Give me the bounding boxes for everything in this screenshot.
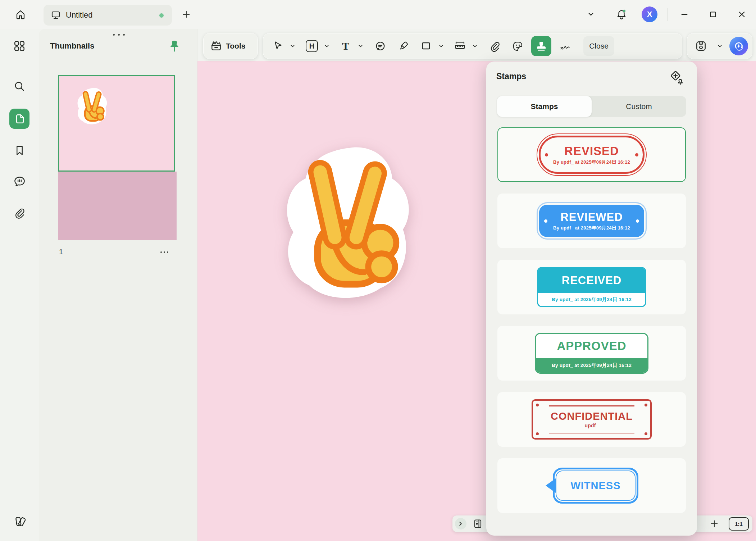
chevron-down-icon [717,43,723,49]
stamp-label: APPROVED [557,339,626,353]
zoom-ratio-label: 1:1 [735,521,743,527]
select-tool-button[interactable] [268,37,287,55]
home-icon [15,9,26,21]
home-button[interactable] [11,5,30,24]
stamp-option-approved[interactable]: APPROVED By updf_ at 2025年09月24日 16:12 [497,326,686,381]
stamp-subtitle: By updf_ at 2025年09月24日 16:12 [553,225,630,231]
maximize-icon [708,10,718,19]
plus-icon [182,10,191,19]
add-pin-button[interactable] [668,69,685,87]
sidebar-item-bookmarks[interactable] [9,140,29,160]
stamp-label: CONFIDENTIAL [551,410,633,422]
close-icon [737,10,746,19]
stamp-tool-button[interactable] [531,36,551,56]
page-thumbnail[interactable] [58,75,177,240]
save-button[interactable] [692,37,710,55]
sticker-tool-button[interactable] [508,37,527,55]
zoom-in-button[interactable] [705,514,724,533]
comment-tool-button[interactable] [371,37,390,55]
bell-icon [615,8,628,21]
ai-assistant-button[interactable] [729,37,748,55]
tools-button[interactable]: Tools [203,33,258,59]
avatar-letter: X [647,10,652,19]
stamp-subtitle: By updf_ at 2025年09月24日 16:12 [553,159,630,165]
notifications-button[interactable] [614,6,629,23]
sidebar-item-comments[interactable] [9,171,29,191]
text-tool-button[interactable]: T [336,37,355,55]
text-tool-dropdown[interactable] [355,37,366,55]
stamp-option-confidential[interactable]: CONFIDENTIAL updf_ [497,392,686,447]
sidebar-item-thumbnails[interactable] [9,109,29,129]
highlighter-tool-button[interactable] [394,37,413,55]
signature-tool-button[interactable] [556,37,574,55]
comment-circle-icon [374,40,386,52]
stamp-option-witness[interactable]: WITNESS [497,458,686,513]
stamp-icon [536,40,547,52]
shape-tool-dropdown[interactable] [436,37,446,55]
actual-size-button[interactable]: 1:1 [729,517,749,531]
notification-dot [623,10,625,12]
tab-stamps[interactable]: Stamps [497,96,592,117]
save-dropdown[interactable] [714,37,725,55]
reviewed-stamp-preview: REVIEWED By updf_ at 2025年09月24日 16:12 [537,202,647,240]
edit-heading-button[interactable]: H [302,37,321,55]
minimize-button[interactable] [677,6,692,22]
measure-tool-button[interactable] [451,37,469,55]
peace-sticker-thumbnail [76,87,109,126]
attach-file-button[interactable] [485,37,504,55]
panel-drag-handle-icon[interactable] [113,34,125,36]
add-pin-icon [668,69,685,87]
close-label: Close [589,42,609,50]
shape-tool-button[interactable] [417,37,436,55]
received-stamp-preview: RECEIVED By updf_ at 2025年09月24日 16:12 [537,267,646,307]
sidebar-item-search[interactable] [9,76,29,96]
document-tab[interactable]: Untitled [44,5,172,26]
sidebar-item-attachments[interactable] [9,203,29,223]
maximize-button[interactable] [705,6,721,22]
close-window-button[interactable] [734,6,750,22]
sidebar-item-apps[interactable] [9,36,29,56]
tools-label: Tools [226,42,245,50]
stamp-label: WITNESS [570,480,620,492]
select-tool-dropdown[interactable] [287,37,298,55]
sidebar-item-themes[interactable] [9,512,29,532]
close-tool-button[interactable]: Close [583,36,614,56]
main-toolbar: H T [263,33,682,59]
thumbnail-viewport [58,75,175,172]
chevron-down-icon [472,43,478,49]
chevron-down-icon [324,43,330,49]
new-tab-button[interactable] [179,7,193,22]
avatar[interactable]: X [642,6,657,22]
witness-arrow [546,478,556,493]
revised-stamp-preview: REVISED By updf_ at 2025年09月24日 16:12 [537,133,647,176]
stamp-label: REVISED [564,144,619,158]
peace-sticker[interactable] [279,144,419,304]
stamp-option-revised[interactable]: REVISED By updf_ at 2025年09月24日 16:12 [497,127,686,182]
thumbnail-offscreen-area [58,172,177,240]
stamp-option-reviewed[interactable]: REVIEWED By updf_ at 2025年09月24日 16:12 [497,194,686,248]
tabs-dropdown-button[interactable] [584,6,598,22]
unsaved-dot [159,13,164,18]
sticker-icon [512,40,524,52]
paperclip-icon [489,40,501,52]
thumbnails-panel: Thumbnails 1 [39,29,197,541]
save-toolbar [687,33,752,59]
stamp-subtitle: By updf_ at 2025年09月24日 16:12 [552,296,632,303]
stamp-subtitle: updf_ [584,423,598,428]
expand-button[interactable] [455,518,466,529]
edit-heading-dropdown[interactable] [321,37,332,55]
pushpin-icon [168,39,181,53]
page-more-options-icon[interactable] [160,251,168,253]
stamp-label: RECEIVED [562,274,621,287]
measure-tool-dropdown[interactable] [469,37,480,55]
titlebar-divider [668,8,668,21]
stamp-option-received[interactable]: RECEIVED By updf_ at 2025年09月24日 16:12 [497,260,686,314]
tools-box-icon [210,40,222,52]
chevron-right-icon [457,520,464,527]
tab-custom[interactable]: Custom [592,96,686,117]
highlighter-icon [397,40,409,52]
page-number: 1 [59,248,63,256]
pin-panel-button[interactable] [168,39,181,53]
reader-mode-button[interactable] [469,514,487,533]
stamp-label: REVIEWED [560,211,623,224]
